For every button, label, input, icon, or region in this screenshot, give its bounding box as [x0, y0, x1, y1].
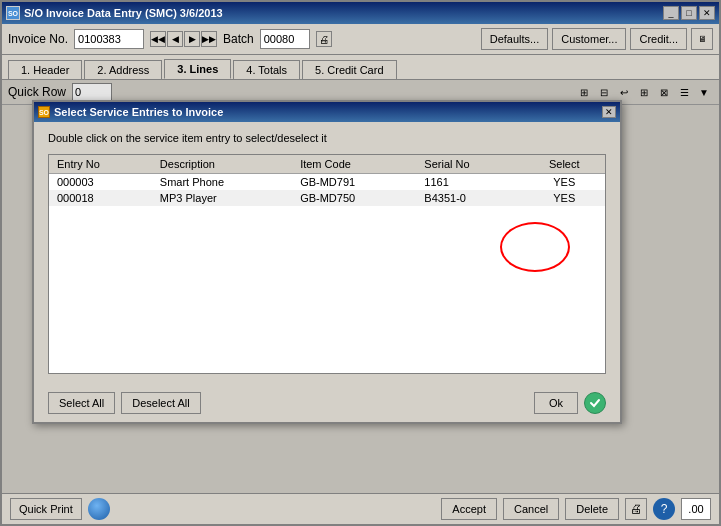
window-title: S/O Invoice Data Entry (SMC) 3/6/2013: [24, 7, 223, 19]
table-header-row: Entry No Description Item Code Serial No…: [49, 155, 605, 174]
maximize-button[interactable]: □: [681, 6, 697, 20]
tab-credit-card[interactable]: 5. Credit Card: [302, 60, 396, 79]
credit-button[interactable]: Credit...: [630, 28, 687, 50]
modal-footer-right: Ok: [534, 392, 606, 414]
bottom-bar: Quick Print Accept Cancel Delete 🖨 ? .00: [2, 493, 719, 524]
dotoo-value: .00: [681, 498, 711, 520]
modal-footer-left: Select All Deselect All: [48, 392, 201, 414]
col-select: Select: [523, 155, 605, 174]
minimize-button[interactable]: _: [663, 6, 679, 20]
batch-input[interactable]: [260, 29, 310, 49]
nav-prev-button[interactable]: ◀: [167, 31, 183, 47]
bottom-left: Quick Print: [10, 498, 110, 520]
title-bar: SO S/O Invoice Data Entry (SMC) 3/6/2013…: [2, 2, 719, 24]
nav-next-button[interactable]: ▶: [184, 31, 200, 47]
table-container: Entry No Description Item Code Serial No…: [48, 154, 606, 374]
green-circle-button[interactable]: [584, 392, 606, 414]
invoice-label: Invoice No.: [8, 32, 68, 46]
modal-footer: Select All Deselect All Ok: [34, 384, 620, 422]
tab-address[interactable]: 2. Address: [84, 60, 162, 79]
modal-close-button[interactable]: ✕: [602, 106, 616, 118]
defaults-button[interactable]: Defaults...: [481, 28, 549, 50]
close-button[interactable]: ✕: [699, 6, 715, 20]
title-bar-left: SO S/O Invoice Data Entry (SMC) 3/6/2013: [6, 6, 223, 20]
entry-no-2: 000018: [49, 190, 152, 206]
item-code-2: GB-MD750: [292, 190, 416, 206]
col-serial-no: Serial No: [416, 155, 523, 174]
modal-overlay: SO Select Service Entries to Invoice ✕ D…: [2, 80, 719, 493]
main-window: SO S/O Invoice Data Entry (SMC) 3/6/2013…: [0, 0, 721, 526]
modal-body: Double click on the service item entry t…: [34, 122, 620, 384]
ok-button[interactable]: Ok: [534, 392, 578, 414]
nav-first-button[interactable]: ◀◀: [150, 31, 166, 47]
toolbar: Invoice No. ◀◀ ◀ ▶ ▶▶ Batch 🖨 Defaults..…: [2, 24, 719, 55]
modal-title: Select Service Entries to Invoice: [54, 106, 223, 118]
item-code-1: GB-MD791: [292, 174, 416, 191]
tab-totals[interactable]: 4. Totals: [233, 60, 300, 79]
batch-icon-button[interactable]: 🖨: [316, 31, 332, 47]
tabs-bar: 1. Header 2. Address 3. Lines 4. Totals …: [2, 55, 719, 80]
delete-button[interactable]: Delete: [565, 498, 619, 520]
select-2: YES: [523, 190, 605, 206]
table-body: 000003 Smart Phone GB-MD791 1161 YES 000…: [49, 174, 605, 207]
col-entry-no: Entry No: [49, 155, 152, 174]
windows-orb[interactable]: [88, 498, 110, 520]
deselect-all-button[interactable]: Deselect All: [121, 392, 200, 414]
table-wrapper: Entry No Description Item Code Serial No…: [48, 154, 606, 374]
col-item-code: Item Code: [292, 155, 416, 174]
modal-dialog: SO Select Service Entries to Invoice ✕ D…: [32, 100, 622, 424]
modal-instruction: Double click on the service item entry t…: [48, 132, 606, 144]
modal-title-left: SO Select Service Entries to Invoice: [38, 106, 223, 118]
printer-bottom-button[interactable]: 🖨: [625, 498, 647, 520]
modal-title-bar: SO Select Service Entries to Invoice ✕: [34, 102, 620, 122]
customer-button[interactable]: Customer...: [552, 28, 626, 50]
app-icon: SO: [6, 6, 20, 20]
select-all-button[interactable]: Select All: [48, 392, 115, 414]
help-button[interactable]: ?: [653, 498, 675, 520]
content-area: Quick Row ⊞ ⊟ ↩ ⊞ ⊠ ☰ ▼ SO Select Servic…: [2, 80, 719, 493]
tab-lines[interactable]: 3. Lines: [164, 59, 231, 79]
table-row[interactable]: 000003 Smart Phone GB-MD791 1161 YES: [49, 174, 605, 191]
accept-button[interactable]: Accept: [441, 498, 497, 520]
invoice-input[interactable]: [74, 29, 144, 49]
entry-no-1: 000003: [49, 174, 152, 191]
printer-icon-button[interactable]: 🖥: [691, 28, 713, 50]
quick-print-button[interactable]: Quick Print: [10, 498, 82, 520]
tab-header[interactable]: 1. Header: [8, 60, 82, 79]
nav-last-button[interactable]: ▶▶: [201, 31, 217, 47]
table-row[interactable]: 000018 MP3 Player GB-MD750 B4351-0 YES: [49, 190, 605, 206]
nav-arrows: ◀◀ ◀ ▶ ▶▶: [150, 31, 217, 47]
serial-no-1: 1161: [416, 174, 523, 191]
description-2: MP3 Player: [152, 190, 292, 206]
serial-no-2: B4351-0: [416, 190, 523, 206]
batch-label: Batch: [223, 32, 254, 46]
col-description: Description: [152, 155, 292, 174]
service-entries-table: Entry No Description Item Code Serial No…: [49, 155, 605, 206]
modal-app-icon: SO: [38, 106, 50, 118]
toolbar-right: Defaults... Customer... Credit... 🖥: [481, 28, 713, 50]
cancel-button[interactable]: Cancel: [503, 498, 559, 520]
bottom-right: Accept Cancel Delete 🖨 ? .00: [441, 498, 711, 520]
window-controls: _ □ ✕: [663, 6, 715, 20]
select-1: YES: [523, 174, 605, 191]
description-1: Smart Phone: [152, 174, 292, 191]
